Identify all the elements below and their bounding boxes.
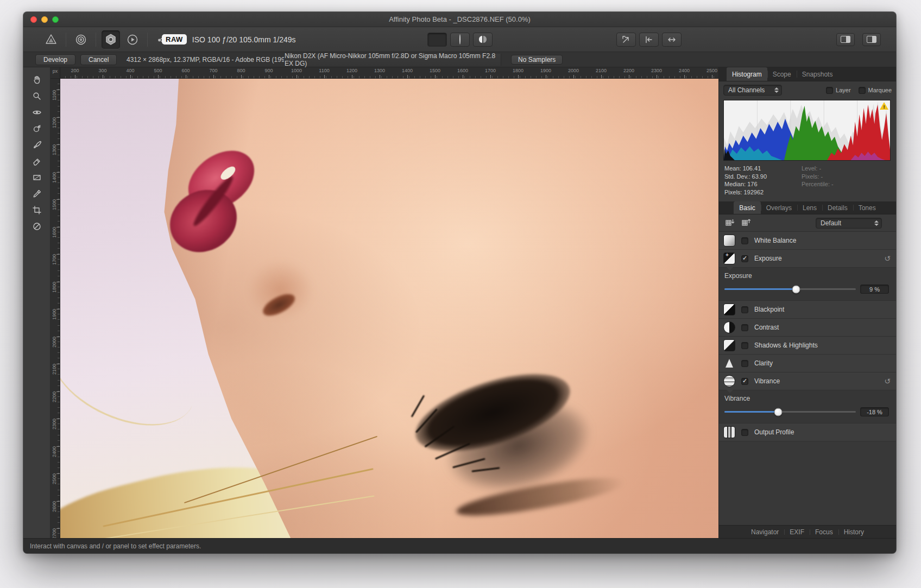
tone-mapping-persona-button[interactable] bbox=[123, 30, 142, 49]
work-area: px 1002003004005006007008009001000110012… bbox=[23, 67, 896, 538]
contrast-checkbox[interactable] bbox=[741, 324, 748, 331]
ruler-tick bbox=[56, 90, 60, 90]
horizontal-arrows-button[interactable] bbox=[662, 33, 682, 47]
ruler-label: 600 bbox=[181, 68, 190, 73]
ruler-label: 1500 bbox=[430, 68, 440, 73]
adjustment-label: Blackpoint bbox=[754, 306, 784, 313]
no-samplers-button[interactable]: No Samplers bbox=[511, 55, 563, 65]
face-skin bbox=[60, 79, 718, 538]
tab-tones[interactable]: Tones bbox=[853, 201, 881, 214]
ruler-tick bbox=[546, 75, 546, 78]
tab-exif[interactable]: EXIF bbox=[785, 528, 809, 536]
preset-select[interactable]: Default bbox=[816, 218, 882, 229]
vibrance-checkbox[interactable] bbox=[741, 378, 748, 385]
exposure-checkbox[interactable] bbox=[741, 255, 748, 262]
exposure-slider[interactable] bbox=[724, 288, 856, 290]
tab-navigator[interactable]: Navigator bbox=[747, 528, 783, 536]
save-preset-icon[interactable] bbox=[740, 217, 753, 229]
toolbar-right-icons bbox=[616, 27, 682, 52]
ruler-label: 300 bbox=[98, 68, 106, 73]
add-preset-icon[interactable] bbox=[723, 217, 736, 229]
channel-select[interactable]: All Channels bbox=[723, 85, 782, 96]
ruler-label: 1900 bbox=[540, 68, 551, 73]
overlay-paint-tool[interactable] bbox=[29, 139, 45, 150]
horizontal-ruler-row: px 1002003004005006007008009001000110012… bbox=[51, 67, 718, 79]
develop-persona-button[interactable] bbox=[102, 30, 120, 49]
stat-line: Pixels: 192962 bbox=[724, 188, 802, 197]
vibrance-slider[interactable] bbox=[724, 411, 856, 413]
tab-scope[interactable]: Scope bbox=[767, 67, 797, 81]
photo-persona-button[interactable] bbox=[42, 30, 60, 49]
liquify-persona-button[interactable] bbox=[72, 30, 90, 49]
hand-tool[interactable] bbox=[29, 74, 45, 85]
tab-details[interactable]: Details bbox=[822, 201, 853, 214]
eyedropper-icon bbox=[32, 189, 42, 199]
zoom-tool[interactable] bbox=[29, 90, 45, 102]
tab-lens[interactable]: Lens bbox=[797, 201, 822, 214]
adjustment-row-shadows-highlights[interactable]: Shadows & Highlights bbox=[719, 337, 896, 355]
blemish-removal-tool[interactable] bbox=[29, 123, 45, 134]
title-bar[interactable]: Affinity Photo Beta - _DSC2876.NEF (50.0… bbox=[23, 12, 896, 27]
presets-row: Default bbox=[719, 214, 896, 232]
blackpoint-checkbox[interactable] bbox=[741, 306, 748, 313]
ruler-tick bbox=[269, 75, 269, 78]
toggle-panel-button-1[interactable] bbox=[836, 33, 855, 46]
clarity-checkbox[interactable] bbox=[741, 360, 748, 367]
tab-basic[interactable]: Basic bbox=[734, 201, 760, 214]
minimize-button[interactable] bbox=[41, 16, 48, 23]
output-profile-checkbox[interactable] bbox=[741, 429, 748, 436]
stat-line: Percentile: - bbox=[802, 180, 834, 188]
vibrance-value-field[interactable]: -18 % bbox=[860, 407, 889, 416]
zoom-button[interactable] bbox=[52, 16, 59, 23]
tab-focus[interactable]: Focus bbox=[811, 528, 837, 536]
adjustment-row-contrast[interactable]: Contrast bbox=[719, 319, 896, 337]
toggle-panel-button-2[interactable] bbox=[862, 33, 881, 46]
tab-histogram[interactable]: Histogram bbox=[727, 67, 767, 81]
slider-knob[interactable] bbox=[792, 285, 800, 293]
tab-history[interactable]: History bbox=[840, 528, 868, 536]
corner-arrow-button[interactable] bbox=[616, 33, 636, 47]
layer-checkbox-row[interactable]: Layer bbox=[826, 87, 851, 94]
red-eye-removal-tool[interactable] bbox=[29, 106, 45, 118]
slider-label: Vibrance bbox=[724, 395, 891, 402]
adjustment-row-clarity[interactable]: Clarity bbox=[719, 355, 896, 372]
crop-tool[interactable] bbox=[29, 204, 45, 216]
exposure-value-field[interactable]: 9 % bbox=[860, 284, 889, 294]
cancel-button[interactable]: Cancel bbox=[80, 54, 117, 65]
stepper-icon bbox=[873, 220, 879, 226]
split-view-button[interactable] bbox=[450, 33, 470, 47]
slider-knob[interactable] bbox=[774, 408, 783, 416]
mirror-view-button[interactable] bbox=[473, 33, 493, 47]
layer-checkbox[interactable] bbox=[826, 87, 833, 94]
overlay-erase-tool[interactable] bbox=[29, 155, 45, 167]
white-balance-checkbox[interactable] bbox=[741, 237, 748, 244]
canvas-row: 1100120013001400150016001700180019002000… bbox=[51, 79, 718, 538]
reset-icon[interactable]: ↺ bbox=[884, 254, 891, 263]
tab-snapshots[interactable]: Snapshots bbox=[797, 67, 838, 81]
close-button[interactable] bbox=[30, 16, 37, 23]
camera-info-segment[interactable]: Nikon D2X (AF Micro-Nikkor 105mm f/2.8D … bbox=[284, 54, 501, 66]
tab-overlays[interactable]: Overlays bbox=[761, 201, 797, 214]
shadows-highlights-checkbox[interactable] bbox=[741, 342, 748, 349]
adjustment-row-white-balance[interactable]: White Balance bbox=[719, 232, 896, 250]
ruler-label: 1300 bbox=[52, 144, 57, 155]
develop-button[interactable]: Develop bbox=[35, 54, 75, 65]
marquee-checkbox[interactable] bbox=[859, 87, 866, 94]
adjustment-row-vibrance[interactable]: Vibrance↺ bbox=[719, 372, 896, 390]
adjustment-row-blackpoint[interactable]: Blackpoint bbox=[719, 301, 896, 319]
overlay-gradient-tool[interactable] bbox=[29, 172, 45, 183]
adjustment-row-exposure[interactable]: Exposure↺ bbox=[719, 250, 896, 268]
sampler-tool[interactable] bbox=[29, 188, 45, 199]
ruler-label: 2500 bbox=[52, 473, 57, 484]
ruler-label: 2200 bbox=[52, 391, 57, 402]
ruler-tick bbox=[241, 75, 242, 78]
photo-canvas[interactable] bbox=[60, 79, 718, 538]
single-view-button[interactable] bbox=[427, 33, 447, 47]
dock-arrow-button[interactable] bbox=[639, 33, 659, 47]
marquee-checkbox-row[interactable]: Marquee bbox=[859, 87, 892, 94]
ruler-tick bbox=[657, 75, 657, 78]
overlays-off-tool[interactable] bbox=[29, 220, 45, 232]
reset-icon[interactable]: ↺ bbox=[884, 377, 891, 385]
adjustment-row-output-profile[interactable]: Output Profile bbox=[719, 423, 896, 441]
stepper-icon bbox=[773, 87, 779, 93]
